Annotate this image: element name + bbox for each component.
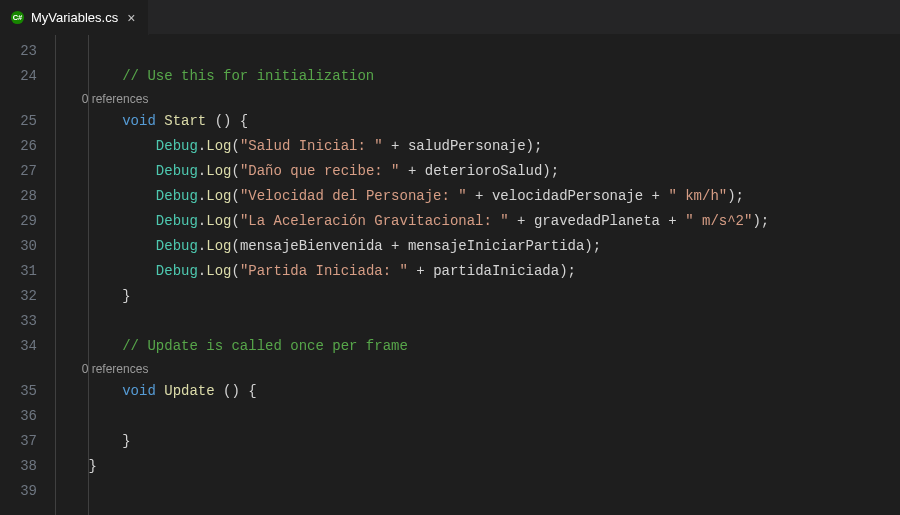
code-line: } xyxy=(55,454,900,479)
code-line: // Update is called once per frame xyxy=(55,334,900,359)
code-line: // Use this for initialization xyxy=(55,64,900,89)
code-editor[interactable]: 23 24 25 26 27 28 29 30 31 32 33 34 35 3… xyxy=(0,35,900,515)
line-number: 24 xyxy=(0,64,37,89)
code-line xyxy=(55,309,900,334)
line-number: 23 xyxy=(0,39,37,64)
codelens-references[interactable]: 0 references xyxy=(55,89,900,109)
line-number: 35 xyxy=(0,379,37,404)
line-number: 34 xyxy=(0,334,37,359)
code-line: Debug.Log(mensajeBienvenida + mensajeIni… xyxy=(55,234,900,259)
line-number: 28 xyxy=(0,184,37,209)
line-number: 38 xyxy=(0,454,37,479)
line-number: 39 xyxy=(0,479,37,504)
line-number-gutter: 23 24 25 26 27 28 29 30 31 32 33 34 35 3… xyxy=(0,35,55,515)
line-number: 36 xyxy=(0,404,37,429)
code-line: Debug.Log("La Aceleración Gravitacional:… xyxy=(55,209,900,234)
line-number: 33 xyxy=(0,309,37,334)
line-number: 32 xyxy=(0,284,37,309)
line-number: 26 xyxy=(0,134,37,159)
code-content[interactable]: // Use this for initialization 0 referen… xyxy=(55,35,900,515)
svg-text:C#: C# xyxy=(13,13,23,22)
line-number: 30 xyxy=(0,234,37,259)
code-line xyxy=(55,39,900,64)
tab-bar: C# MyVariables.cs × xyxy=(0,0,900,35)
code-line: void Start () { xyxy=(55,109,900,134)
csharp-file-icon: C# xyxy=(10,10,25,25)
tab-filename: MyVariables.cs xyxy=(31,10,118,25)
code-line: Debug.Log("Partida Iniciada: " + partida… xyxy=(55,259,900,284)
line-number: 29 xyxy=(0,209,37,234)
code-line: Debug.Log("Salud Inicial: " + saludPerso… xyxy=(55,134,900,159)
line-number: 37 xyxy=(0,429,37,454)
code-line: } xyxy=(55,429,900,454)
line-number: 27 xyxy=(0,159,37,184)
code-line: } xyxy=(55,284,900,309)
code-line: void Update () { xyxy=(55,379,900,404)
close-icon[interactable]: × xyxy=(124,10,138,26)
codelens-references[interactable]: 0 references xyxy=(55,359,900,379)
code-line: Debug.Log("Velocidad del Personaje: " + … xyxy=(55,184,900,209)
line-number: 31 xyxy=(0,259,37,284)
editor-tab[interactable]: C# MyVariables.cs × xyxy=(0,0,149,35)
line-number: 25 xyxy=(0,109,37,134)
code-line xyxy=(55,404,900,429)
code-line xyxy=(55,479,900,504)
code-line: Debug.Log("Daño que recibe: " + deterior… xyxy=(55,159,900,184)
